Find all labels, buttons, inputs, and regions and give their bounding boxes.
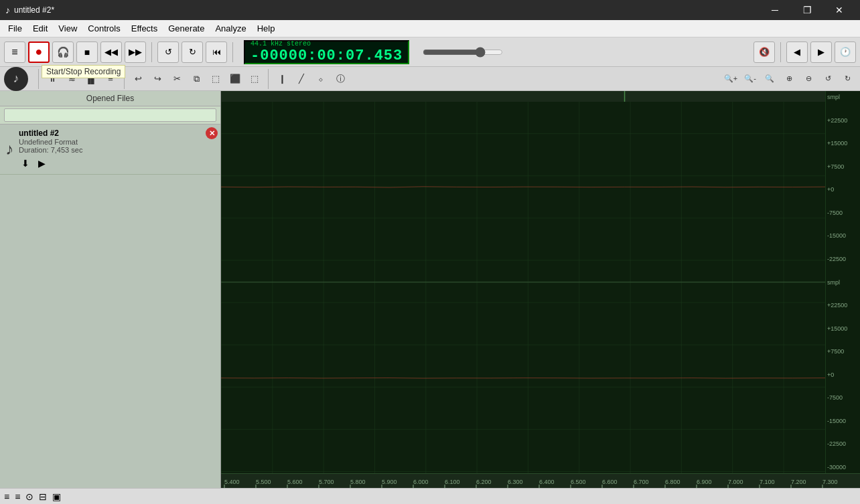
menu-effects[interactable]: Effects — [126, 21, 163, 36]
file-close-button[interactable]: ✕ — [206, 127, 218, 139]
status-grid-view[interactable]: ≡ — [15, 491, 20, 502]
y-label-bot-15000: +15000 — [827, 325, 859, 332]
waveform-panel: smpl +22500 +15000 +7500 +0 -7500 -15000… — [221, 91, 860, 488]
menu-analyze[interactable]: Analyze — [210, 21, 251, 36]
toggle-panel-button[interactable]: ≡ — [4, 41, 25, 63]
return-button[interactable]: ⏮ — [206, 41, 227, 63]
statusbar: ≡ ≡ ⊙ ⊟ ▣ — [0, 488, 860, 504]
status-list-view[interactable]: ≡ — [4, 491, 9, 502]
nav-fwd-button[interactable]: ▶ — [810, 41, 832, 63]
rewind-button[interactable]: ◀◀ — [100, 41, 122, 63]
t2-separator-1 — [38, 69, 39, 89]
paste-tool[interactable]: ⬚ — [207, 70, 224, 88]
transport-display: 44.1 kHz stereo -00000:00:07.453 — [244, 40, 409, 64]
volume-area — [423, 47, 503, 58]
mute-button[interactable]: 🔇 — [754, 41, 775, 63]
svg-text:6.800: 6.800 — [665, 479, 680, 485]
svg-text:5.700: 5.700 — [319, 479, 334, 485]
time-display: -00000:00:07.453 — [250, 48, 403, 64]
file-audio-icon: ♪ — [5, 140, 13, 159]
menu-generate[interactable]: Generate — [163, 21, 210, 36]
svg-text:7.300: 7.300 — [822, 479, 838, 485]
file-download-button[interactable]: ⬇ — [19, 157, 32, 170]
file-actions: ⬇ ▶ — [19, 157, 215, 170]
file-info: untitled #2 Undefined Format Duration: 7… — [19, 129, 215, 170]
cut-tool[interactable]: ✂ — [168, 70, 186, 88]
svg-text:6.300: 6.300 — [508, 479, 523, 485]
zoom-fit-button[interactable]: 🔍 — [761, 70, 778, 88]
y-label-bot-n15000: -15000 — [827, 418, 859, 424]
zoom-out-v-button[interactable]: ⊖ — [800, 70, 817, 88]
menu-view[interactable]: View — [53, 21, 82, 36]
volume-slider[interactable] — [423, 47, 503, 58]
waveform-area[interactable]: smpl +22500 +15000 +7500 +0 -7500 -15000… — [221, 91, 860, 473]
opened-files-header: Opened Files — [0, 91, 220, 106]
silence-tool[interactable]: ❙ — [273, 70, 291, 88]
status-loop-btn[interactable]: ⊙ — [25, 491, 33, 502]
restore-button[interactable]: ❐ — [792, 0, 822, 20]
svg-text:7.200: 7.200 — [791, 479, 806, 485]
trim-tool[interactable]: ⬚ — [246, 70, 263, 88]
y-label-bot-22500: +22500 — [827, 302, 859, 309]
file-play-button[interactable]: ▶ — [35, 157, 48, 170]
file-format: Undefined Format — [19, 138, 215, 146]
y-axis: smpl +22500 +15000 +7500 +0 -7500 -15000… — [825, 91, 860, 473]
y-label-bot-n22500: -22500 — [827, 440, 859, 447]
zoom-in-v-button[interactable]: ⊕ — [780, 70, 798, 88]
t2-separator-3 — [268, 69, 269, 89]
headphones-button[interactable]: 🎧 — [52, 41, 74, 63]
history-button[interactable]: 🕐 — [835, 41, 856, 63]
window-title: untitled #2* — [14, 5, 54, 15]
sample-rate-display: 44.1 kHz stereo — [250, 40, 403, 48]
nav-back-button[interactable]: ◀ — [786, 41, 808, 63]
y-label-top-7500: +7500 — [827, 163, 859, 170]
toolbar-right: 🔇 ◀ ▶ 🕐 — [754, 41, 856, 63]
loop-fwd-button[interactable]: ↻ — [182, 41, 203, 63]
menu-controls[interactable]: Controls — [82, 21, 125, 36]
waveform-svg — [221, 91, 860, 473]
zoom-out-button[interactable]: 🔍- — [741, 70, 759, 88]
y-label-top-smpl: smpl — [827, 94, 859, 100]
menu-edit[interactable]: Edit — [27, 21, 53, 36]
timeline-svg: 5.400 5.500 5.600 5.700 5.800 5.900 6.00… — [221, 474, 860, 489]
undo-tool[interactable]: ↩ — [129, 70, 147, 88]
record-button[interactable]: ● — [28, 41, 50, 63]
titlebar-controls: ─ ❐ ✕ — [760, 0, 855, 20]
svg-rect-9 — [221, 91, 860, 102]
menu-file[interactable]: File — [3, 21, 27, 36]
tools-toolbar: ♪ ⏸ ≋ ▐▌ ≡ ↩ ↪ ✂ ⧉ ⬚ ⬛ ⬚ ❙ ╱ ⬦ ⓘ 🔍+ 🔍- 🔍… — [0, 67, 860, 91]
minimize-button[interactable]: ─ — [760, 0, 790, 20]
titlebar: ♪ untitled #2* ─ ❐ ✕ — [0, 0, 860, 20]
y-label-mid-0: +0 — [827, 186, 859, 193]
stop-button[interactable]: ■ — [76, 41, 98, 63]
copy-tool[interactable]: ⧉ — [188, 70, 205, 88]
info-tool[interactable]: ⓘ — [332, 70, 349, 88]
zoom-in-button[interactable]: 🔍+ — [722, 70, 739, 88]
redo-tool[interactable]: ↪ — [149, 70, 166, 88]
svg-text:6.400: 6.400 — [539, 479, 555, 485]
normalize-tool[interactable]: ⬦ — [312, 70, 330, 88]
titlebar-left: ♪ untitled #2* — [5, 5, 54, 15]
gain-tool[interactable]: ╱ — [293, 70, 310, 88]
status-fit-btn[interactable]: ⊟ — [39, 491, 47, 502]
svg-text:6.600: 6.600 — [602, 479, 618, 485]
svg-text:6.500: 6.500 — [571, 479, 586, 485]
app-logo: ♪ — [4, 67, 28, 91]
delete-tool[interactable]: ⬛ — [226, 70, 244, 88]
y-label-bot-0: +0 — [827, 371, 859, 378]
y-label-neg-7500: -7500 — [827, 209, 859, 216]
zoom-normal-r[interactable]: ↻ — [839, 70, 856, 88]
left-panel: Opened Files ✕ ♪ untitled #2 Undefined F… — [0, 91, 221, 488]
separator-2 — [232, 42, 233, 62]
svg-text:6.000: 6.000 — [413, 479, 429, 485]
loop-back-button[interactable]: ↺ — [157, 41, 179, 63]
fastforward-button[interactable]: ▶▶ — [125, 41, 146, 63]
record-tooltip: Start/Stop Recording — [42, 65, 125, 78]
y-label-bot-n7500: -7500 — [827, 394, 859, 401]
close-button[interactable]: ✕ — [824, 0, 855, 20]
svg-text:5.900: 5.900 — [382, 479, 397, 485]
status-expand-btn[interactable]: ▣ — [52, 491, 61, 502]
zoom-normal-l[interactable]: ↺ — [819, 70, 837, 88]
menu-help[interactable]: Help — [252, 21, 281, 36]
search-input[interactable] — [4, 108, 216, 122]
